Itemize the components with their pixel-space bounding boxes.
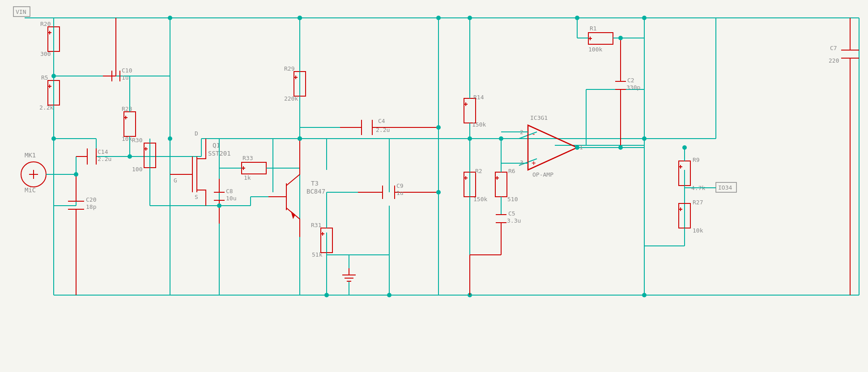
schematic-canvas	[0, 0, 868, 372]
